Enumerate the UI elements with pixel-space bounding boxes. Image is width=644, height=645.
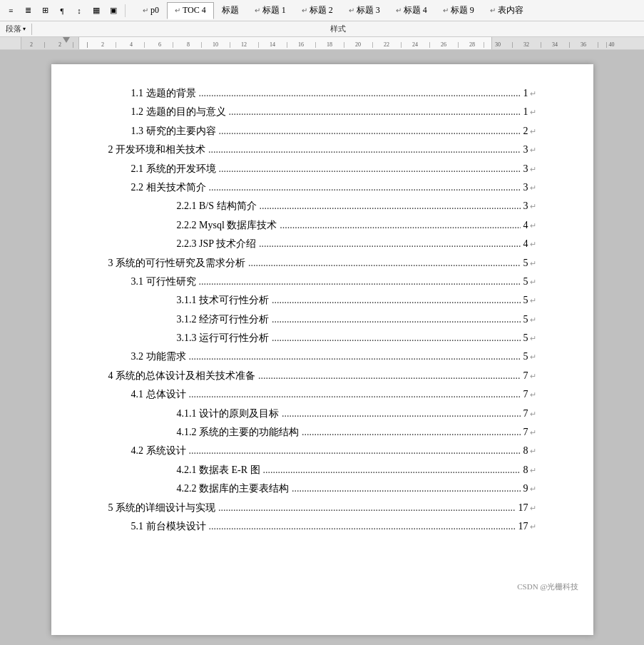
toc-item-page: 5 (523, 293, 528, 308)
toc-item-dots (199, 274, 521, 290)
paragraph-icon[interactable]: ¶ (54, 3, 70, 19)
toc-item-page: 1 (523, 86, 528, 101)
toc-item-text: 2.2.3 JSP 技术介绍 (177, 236, 257, 252)
tab-table-content-marker: ↵ (490, 6, 496, 14)
tab-toc4[interactable]: ↵ TOC 4 (167, 2, 214, 19)
toc-item-dots (272, 312, 521, 327)
toc-item-text: 3.2 功能需求 (131, 349, 186, 365)
toc-item-page: 8 (523, 462, 528, 478)
tab-toc4-label: TOC 4 (183, 5, 206, 16)
tab-heading-label: 标题 (222, 4, 239, 16)
tab-heading9-label: 标题 9 (451, 4, 474, 16)
align-center-icon[interactable]: ≣ (20, 3, 36, 19)
toc-item[interactable]: 3.1.2 经济可行性分析5↵ (108, 312, 536, 327)
toc-item-return: ↵ (530, 521, 536, 534)
toc-item-return: ↵ (530, 427, 536, 440)
toc-item-page: 4 (523, 236, 528, 252)
tab-toc4-marker: ↵ (175, 6, 180, 14)
toc-item-page: 3 (523, 198, 528, 214)
tab-heading9[interactable]: ↵ 标题 9 (435, 2, 482, 19)
toc-item-text: 1.1 选题的背景 (131, 86, 196, 101)
toc-container: 1.1 选题的背景1↵1.2 选题的目的与意义1↵1.3 研究的主要内容2↵2 … (108, 86, 536, 534)
toc-item-dots (292, 481, 521, 497)
grid-icon[interactable]: ▦ (88, 3, 104, 19)
toc-item-page: 5 (523, 330, 528, 346)
toc-item[interactable]: 1.3 研究的主要内容2↵ (108, 123, 536, 139)
toc-item-page: 3 (523, 180, 528, 195)
toc-item-dots (219, 161, 521, 177)
toc-item[interactable]: 2.2 相关技术简介3↵ (108, 180, 536, 195)
toc-item-dots (189, 443, 521, 459)
tab-p0-marker: ↵ (143, 6, 148, 14)
tab-heading3-label: 标题 3 (357, 4, 380, 16)
toc-item[interactable]: 4.1 总体设计7↵ (108, 387, 536, 402)
toc-item-dots (189, 387, 521, 402)
style-section: 样式 (32, 24, 644, 34)
toc-item[interactable]: 3.2 功能需求5↵ (108, 349, 536, 365)
tab-heading3-marker: ↵ (349, 6, 354, 14)
toc-item-return: ↵ (530, 351, 536, 364)
toc-item-dots (260, 198, 521, 214)
toc-item-page: 17 (518, 500, 528, 516)
toc-item-return: ↵ (530, 144, 536, 157)
toc-item[interactable]: 4.1.2 系统的主要的功能结构7↵ (108, 425, 536, 440)
toc-item-return: ↵ (530, 370, 536, 383)
toc-item-return: ↵ (530, 182, 536, 195)
toc-item[interactable]: 2.2.1 B/S 结构简介3↵ (108, 198, 536, 214)
toc-item-return: ↵ (530, 332, 536, 345)
tab-table-content-label: 表内容 (498, 4, 523, 16)
toc-item-dots (189, 349, 521, 365)
tab-heading4[interactable]: ↵ 标题 4 (388, 2, 435, 19)
spacing-icon[interactable]: ↕ (71, 3, 87, 19)
toc-item-text: 3.1 可行性研究 (131, 274, 196, 290)
toc-item-page: 7 (523, 406, 528, 422)
toc-item-return: ↵ (530, 389, 536, 402)
tab-table-content[interactable]: ↵ 表内容 (482, 2, 531, 19)
toc-item[interactable]: 4.2.2 数据库的主要表结构9↵ (108, 481, 536, 497)
toc-item-text: 2.2.1 B/S 结构简介 (177, 198, 257, 214)
toc-item[interactable]: 2 开发环境和相关技术3↵ (108, 142, 536, 158)
ruler: 2 | 2 | | 2 | 4 | 6 | 8 | 10 | 12 | 14 |… (0, 37, 644, 50)
toc-item-page: 1 (523, 104, 528, 120)
paragraph-section: 段落 ▾ (0, 21, 31, 36)
toc-item-dots (302, 425, 521, 440)
tab-heading2[interactable]: ↵ 标题 2 (294, 2, 341, 19)
toc-item[interactable]: 4.2.1 数据表 E-R 图8↵ (108, 462, 536, 478)
toc-item[interactable]: 2.2.2 Mysql 数据库技术4↵ (108, 218, 536, 233)
tab-p0[interactable]: ↵ p0 (135, 2, 167, 19)
toc-item-page: 7 (523, 387, 528, 402)
style-label: 样式 (330, 24, 346, 34)
tab-heading1-marker: ↵ (255, 6, 260, 14)
tab-heading9-marker: ↵ (443, 6, 449, 14)
toc-item[interactable]: 5 系统的详细设计与实现17↵ (108, 500, 536, 516)
toc-item[interactable]: 1.2 选题的目的与意义1↵ (108, 104, 536, 120)
toc-item-text: 4.2.2 数据库的主要表结构 (177, 481, 290, 497)
toc-item-return: ↵ (530, 483, 536, 496)
toc-item[interactable]: 4.2 系统设计8↵ (108, 443, 536, 459)
table-icon[interactable]: ⊞ (37, 3, 53, 19)
tab-heading1[interactable]: ↵ 标题 1 (247, 2, 294, 19)
tab-heading3[interactable]: ↵ 标题 3 (341, 2, 388, 19)
document-area: 1.1 选题的背景1↵1.2 选题的目的与意义1↵1.3 研究的主要内容2↵2 … (0, 50, 644, 645)
toc-item-page: 5 (523, 349, 528, 365)
align-left-icon[interactable]: ≡ (3, 3, 19, 19)
toc-item[interactable]: 4 系统的总体设计及相关技术准备7↵ (108, 368, 536, 384)
toc-item-text: 4.1.1 设计的原则及目标 (177, 406, 280, 422)
toc-item[interactable]: 1.1 选题的背景1↵ (108, 86, 536, 101)
toc-item[interactable]: 3.1 可行性研究5↵ (108, 274, 536, 290)
layout-icon[interactable]: ▣ (106, 3, 121, 19)
toc-item[interactable]: 2.2.3 JSP 技术介绍4↵ (108, 236, 536, 252)
toc-item-dots (259, 236, 520, 252)
toc-item-dots (209, 180, 521, 195)
toc-item[interactable]: 3.1.3 运行可行性分析5↵ (108, 330, 536, 346)
toc-item[interactable]: 2.1 系统的开发环境3↵ (108, 161, 536, 177)
toc-item[interactable]: 3.1.1 技术可行性分析5↵ (108, 293, 536, 308)
toc-item-return: ↵ (530, 502, 536, 515)
toc-item-text: 3 系统的可行性研究及需求分析 (108, 255, 246, 271)
toc-item[interactable]: 5.1 前台模块设计17↵ (108, 519, 536, 534)
toc-item-dots (248, 255, 521, 271)
tab-heading4-label: 标题 4 (404, 4, 427, 16)
tab-heading[interactable]: 标题 (214, 2, 247, 19)
toc-item[interactable]: 4.1.1 设计的原则及目标7↵ (108, 406, 536, 422)
toc-item[interactable]: 3 系统的可行性研究及需求分析5↵ (108, 255, 536, 271)
